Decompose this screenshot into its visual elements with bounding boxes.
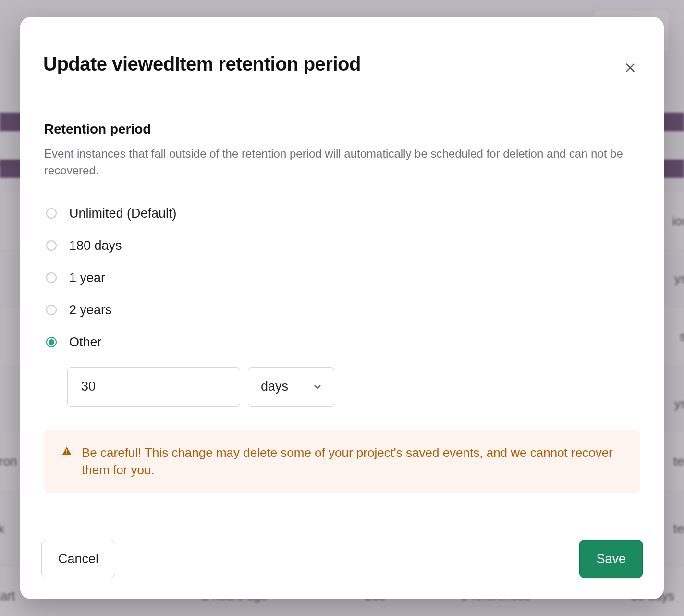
save-button[interactable]: Save	[579, 540, 643, 578]
close-button[interactable]	[620, 57, 641, 78]
radio-icon	[46, 208, 57, 219]
warning-text: Be careful! This change may delete some …	[82, 444, 623, 479]
retention-unit-select[interactable]: days	[248, 367, 334, 407]
radio-icon	[46, 305, 57, 315]
section-description: Event instances that fall outside of the…	[44, 146, 640, 179]
retention-options: Unlimited (Default) 180 days 1 year 2 ye…	[44, 206, 640, 350]
option-label: 180 days	[69, 238, 122, 253]
radio-icon	[46, 272, 57, 283]
cancel-button[interactable]: Cancel	[41, 540, 115, 578]
section-title: Retention period	[44, 122, 640, 137]
radio-icon	[46, 337, 57, 347]
retention-value-input[interactable]	[67, 367, 240, 407]
svg-rect-0	[66, 449, 67, 452]
close-icon	[623, 61, 637, 74]
radio-icon	[46, 240, 57, 251]
chevron-down-icon	[312, 381, 323, 393]
retention-modal: Update viewedItem retention period Reten…	[20, 17, 664, 599]
other-input-row: days	[67, 367, 640, 407]
option-180-days[interactable]: 180 days	[46, 238, 640, 253]
modal-title: Update viewedItem retention period	[43, 53, 361, 75]
warning-icon	[61, 446, 72, 458]
option-label: Other	[69, 335, 102, 350]
modal-footer: Cancel Save	[20, 526, 664, 599]
unit-select-value: days	[261, 379, 288, 394]
warning-banner: Be careful! This change may delete some …	[44, 430, 640, 493]
option-label: 1 year	[69, 271, 105, 285]
svg-rect-1	[66, 453, 67, 454]
option-other[interactable]: Other	[46, 335, 640, 350]
option-2-years[interactable]: 2 years	[46, 303, 640, 318]
option-1-year[interactable]: 1 year	[46, 271, 640, 285]
option-label: Unlimited (Default)	[69, 206, 177, 221]
option-label: 2 years	[69, 303, 112, 318]
option-unlimited[interactable]: Unlimited (Default)	[46, 206, 640, 221]
